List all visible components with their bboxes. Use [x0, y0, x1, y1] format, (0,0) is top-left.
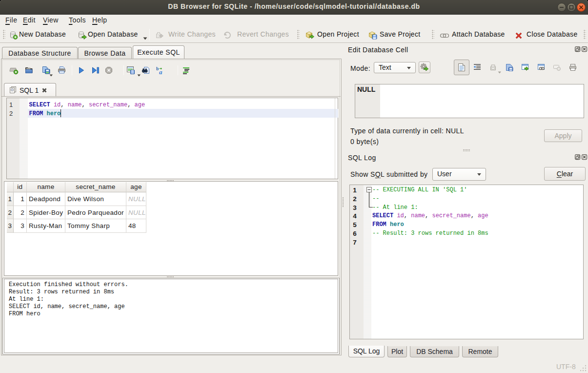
- svg-text:b: b: [156, 66, 159, 71]
- svg-text:a: a: [159, 68, 162, 75]
